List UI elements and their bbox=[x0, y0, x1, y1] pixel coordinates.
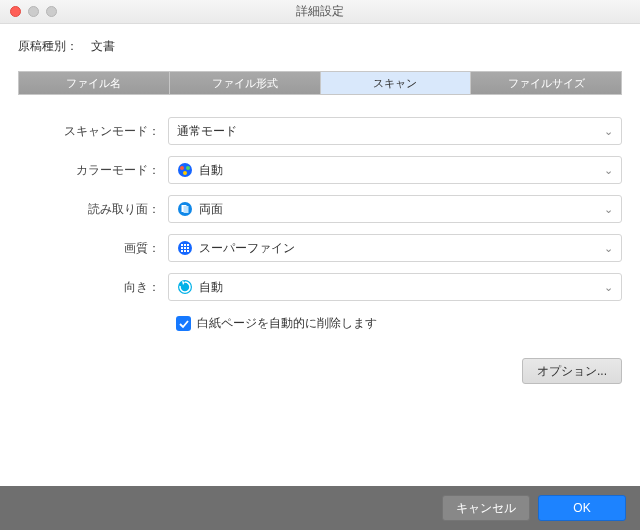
chevron-down-icon: ⌄ bbox=[604, 164, 613, 177]
chevron-down-icon: ⌄ bbox=[604, 281, 613, 294]
svg-rect-8 bbox=[181, 244, 183, 246]
quality-value: スーパーファイン bbox=[199, 240, 295, 257]
svg-rect-11 bbox=[181, 247, 183, 249]
document-type-label: 原稿種別： bbox=[18, 39, 78, 53]
blank-remove-row[interactable]: 白紙ページを自動的に削除します bbox=[176, 315, 622, 332]
option-row: オプション... bbox=[18, 358, 622, 384]
quality-select[interactable]: スーパーファイン ⌄ bbox=[168, 234, 622, 262]
content-area: 原稿種別： 文書 ファイル名 ファイル形式 スキャン ファイルサイズ スキャンモ… bbox=[0, 24, 640, 486]
document-type-value: 文書 bbox=[91, 39, 115, 53]
svg-rect-6 bbox=[184, 206, 189, 213]
read-side-label: 読み取り面： bbox=[18, 201, 168, 218]
auto-color-icon bbox=[177, 162, 193, 178]
chevron-down-icon: ⌄ bbox=[604, 203, 613, 216]
tab-filesize[interactable]: ファイルサイズ bbox=[471, 72, 621, 94]
svg-rect-15 bbox=[184, 250, 186, 252]
tab-label: スキャン bbox=[373, 76, 417, 91]
scan-mode-label: スキャンモード： bbox=[18, 123, 168, 140]
color-mode-value: 自動 bbox=[199, 162, 223, 179]
blank-remove-label: 白紙ページを自動的に削除します bbox=[197, 315, 377, 332]
read-side-row: 読み取り面： 両面 ⌄ bbox=[18, 195, 622, 223]
footer: キャンセル OK bbox=[0, 486, 640, 530]
read-side-select[interactable]: 両面 ⌄ bbox=[168, 195, 622, 223]
quality-row: 画質： スーパーファイン ⌄ bbox=[18, 234, 622, 262]
color-mode-select[interactable]: 自動 ⌄ bbox=[168, 156, 622, 184]
checkmark-icon bbox=[179, 319, 189, 329]
cancel-button-label: キャンセル bbox=[456, 500, 516, 517]
orientation-select[interactable]: 自動 ⌄ bbox=[168, 273, 622, 301]
svg-point-2 bbox=[186, 166, 190, 170]
blank-remove-checkbox[interactable] bbox=[176, 316, 191, 331]
ok-button[interactable]: OK bbox=[538, 495, 626, 521]
cancel-button[interactable]: キャンセル bbox=[442, 495, 530, 521]
orientation-label: 向き： bbox=[18, 279, 168, 296]
scan-form: スキャンモード： 通常モード ⌄ カラーモード： 自動 ⌄ 読み取り面： bbox=[18, 117, 622, 384]
color-mode-label: カラーモード： bbox=[18, 162, 168, 179]
tab-label: ファイル形式 bbox=[212, 76, 278, 91]
ok-button-label: OK bbox=[573, 501, 590, 515]
chevron-down-icon: ⌄ bbox=[604, 125, 613, 138]
svg-point-3 bbox=[183, 171, 187, 175]
scan-mode-row: スキャンモード： 通常モード ⌄ bbox=[18, 117, 622, 145]
orientation-row: 向き： 自動 ⌄ bbox=[18, 273, 622, 301]
svg-point-1 bbox=[180, 166, 184, 170]
svg-rect-9 bbox=[184, 244, 186, 246]
tabs: ファイル名 ファイル形式 スキャン ファイルサイズ bbox=[18, 71, 622, 95]
scan-mode-value: 通常モード bbox=[177, 123, 237, 140]
window-title: 詳細設定 bbox=[0, 3, 640, 20]
tab-label: ファイル名 bbox=[66, 76, 121, 91]
svg-rect-14 bbox=[181, 250, 183, 252]
titlebar: 詳細設定 bbox=[0, 0, 640, 24]
orientation-value: 自動 bbox=[199, 279, 223, 296]
quality-grid-icon bbox=[177, 240, 193, 256]
svg-rect-10 bbox=[187, 244, 189, 246]
read-side-value: 両面 bbox=[199, 201, 223, 218]
quality-label: 画質： bbox=[18, 240, 168, 257]
tab-label: ファイルサイズ bbox=[508, 76, 585, 91]
chevron-down-icon: ⌄ bbox=[604, 242, 613, 255]
tab-filename[interactable]: ファイル名 bbox=[19, 72, 170, 94]
svg-rect-12 bbox=[184, 247, 186, 249]
rotate-icon bbox=[177, 279, 193, 295]
options-button[interactable]: オプション... bbox=[522, 358, 622, 384]
svg-rect-16 bbox=[187, 250, 189, 252]
document-type-row: 原稿種別： 文書 bbox=[18, 38, 622, 55]
tab-scan[interactable]: スキャン bbox=[321, 72, 472, 94]
duplex-icon bbox=[177, 201, 193, 217]
tab-fileformat[interactable]: ファイル形式 bbox=[170, 72, 321, 94]
svg-rect-13 bbox=[187, 247, 189, 249]
scan-mode-select[interactable]: 通常モード ⌄ bbox=[168, 117, 622, 145]
color-mode-row: カラーモード： 自動 ⌄ bbox=[18, 156, 622, 184]
options-button-label: オプション... bbox=[537, 363, 607, 380]
